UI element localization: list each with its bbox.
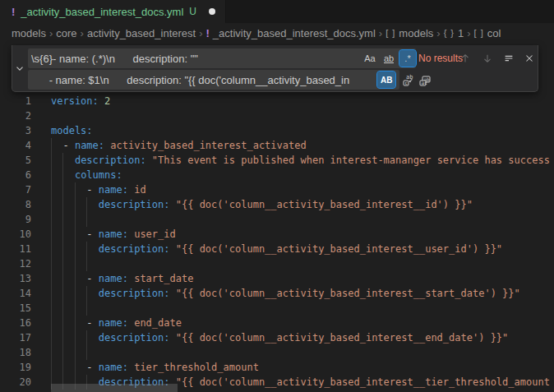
breadcrumb-label: activity_based_interest bbox=[87, 27, 196, 39]
arrow-up-icon bbox=[459, 53, 471, 64]
code-line[interactable]: 17 description: "{{ doc('column__activit… bbox=[0, 330, 554, 345]
breadcrumb-label: models bbox=[399, 27, 433, 39]
indent-guide bbox=[75, 271, 76, 286]
indent-guide bbox=[75, 182, 76, 197]
breadcrumb-item[interactable]: core bbox=[56, 27, 76, 39]
code-line[interactable]: 9 bbox=[0, 212, 554, 227]
breadcrumb-item[interactable]: models bbox=[12, 27, 46, 39]
indent-guide bbox=[86, 242, 87, 256]
breadcrumb-label: 1 bbox=[458, 27, 464, 39]
indent-guide bbox=[75, 301, 76, 316]
code-line[interactable]: 7 - name: id bbox=[0, 182, 554, 197]
indent-guide bbox=[75, 227, 76, 242]
code-area: 1version: 223models:4 - name: activity_b… bbox=[0, 94, 554, 390]
code-text: - name: id bbox=[31, 184, 146, 196]
breadcrumb-separator-icon: › bbox=[436, 27, 440, 39]
indent-guide bbox=[62, 212, 63, 227]
code-line[interactable]: 19 - name: tier_threshold_amount bbox=[0, 360, 554, 375]
line-number: 15 bbox=[0, 301, 31, 316]
selection-lines-icon bbox=[503, 53, 515, 64]
code-text: models: bbox=[31, 125, 93, 136]
indent-guide bbox=[62, 256, 63, 271]
code-line[interactable]: 11 description: "{{ doc('column__activit… bbox=[0, 242, 554, 256]
replace-button[interactable]: ab c bbox=[400, 71, 417, 88]
breadcrumb-label: col bbox=[487, 27, 501, 39]
tab-title: _activity_based_interest_docs.yml bbox=[21, 6, 183, 18]
indent-guide bbox=[75, 256, 76, 271]
code-text bbox=[31, 302, 51, 314]
indent-guide bbox=[51, 242, 52, 256]
modified-indicator-dot[interactable] bbox=[209, 8, 215, 15]
code-text: description: "{{ doc('column__activity_b… bbox=[31, 243, 502, 255]
code-text bbox=[31, 214, 51, 225]
indent-guide bbox=[86, 256, 87, 271]
indent-guide bbox=[62, 345, 63, 360]
indent-guide bbox=[51, 212, 52, 227]
whole-word-toggle[interactable]: ab bbox=[381, 50, 397, 67]
indent-guide bbox=[51, 345, 52, 360]
code-line[interactable]: 2 bbox=[0, 108, 554, 123]
code-line[interactable]: 5 description: "This event is published … bbox=[0, 153, 554, 168]
replace-input[interactable] bbox=[28, 70, 399, 90]
toggle-replace-button[interactable] bbox=[12, 45, 27, 91]
line-number: 3 bbox=[0, 123, 31, 138]
code-line[interactable]: 18 bbox=[0, 345, 554, 360]
code-line[interactable]: 13 - name: start_date bbox=[0, 271, 554, 286]
code-text bbox=[31, 258, 51, 270]
preserve-case-icon: AB bbox=[381, 76, 392, 85]
tab-activity-based-interest-docs[interactable]: ! _activity_based_interest_docs.yml U bbox=[0, 0, 226, 23]
find-results-count: No results bbox=[418, 53, 463, 64]
code-text: columns: bbox=[31, 169, 122, 181]
code-line[interactable]: 1version: 2 bbox=[0, 94, 554, 108]
code-line[interactable]: 6 columns: bbox=[0, 168, 554, 182]
indent-guide bbox=[75, 330, 76, 345]
code-line[interactable]: 12 bbox=[0, 256, 554, 271]
indent-guide bbox=[51, 301, 52, 316]
code-text: description: "{{ doc('column__activity_b… bbox=[31, 199, 473, 210]
find-input[interactable] bbox=[28, 48, 416, 68]
code-line[interactable]: 8 description: "{{ doc('column__activity… bbox=[0, 197, 554, 212]
code-line[interactable]: 3models: bbox=[0, 123, 554, 138]
breadcrumb-item[interactable]: activity_based_interest bbox=[87, 27, 196, 39]
regex-toggle[interactable]: .* bbox=[399, 50, 416, 67]
indent-guide bbox=[86, 330, 87, 345]
indent-guide bbox=[51, 256, 52, 271]
code-line[interactable]: 4 - name: activity_based_interest_activa… bbox=[0, 138, 554, 153]
code-line[interactable]: 10 - name: user_id bbox=[0, 227, 554, 242]
breadcrumb: models›core›activity_based_interest›!_ac… bbox=[0, 23, 554, 43]
breadcrumb-separator-icon: › bbox=[467, 27, 470, 39]
next-match-button[interactable] bbox=[479, 50, 496, 67]
indent-guide bbox=[75, 242, 76, 256]
breadcrumb-item[interactable]: [ ]col bbox=[474, 27, 501, 39]
indent-guide bbox=[75, 360, 76, 375]
code-text: - name: user_id bbox=[31, 228, 176, 240]
breadcrumb-item[interactable]: !_activity_based_interest_docs.yml bbox=[206, 27, 376, 39]
code-line[interactable]: 15 bbox=[0, 301, 554, 316]
match-case-toggle[interactable]: Aa bbox=[362, 50, 378, 67]
code-line[interactable]: 14 description: "{{ doc('column__activit… bbox=[0, 286, 554, 301]
line-number: 2 bbox=[0, 108, 31, 123]
indent-guide bbox=[51, 316, 52, 330]
find-in-selection-button[interactable] bbox=[501, 50, 517, 67]
svg-text:ac: ac bbox=[422, 80, 428, 85]
previous-match-button[interactable] bbox=[457, 50, 473, 67]
indent-guide bbox=[62, 227, 63, 242]
arrow-down-icon bbox=[482, 53, 493, 64]
indent-guide bbox=[62, 197, 63, 212]
close-find-widget-button[interactable] bbox=[521, 50, 538, 67]
horizontal-scrollbar[interactable] bbox=[51, 384, 178, 392]
indent-guide bbox=[62, 360, 63, 375]
yaml-file-icon: ! bbox=[206, 27, 210, 39]
symbol-icon: [ ] bbox=[385, 28, 395, 38]
replace-all-icon-button[interactable]: ab ac bbox=[417, 71, 433, 88]
code-line[interactable]: 16 - name: end_date bbox=[0, 316, 554, 330]
preserve-case-toggle[interactable]: AB bbox=[377, 71, 395, 88]
indent-guide bbox=[62, 286, 63, 301]
breadcrumb-item[interactable]: [ ]models bbox=[385, 27, 433, 39]
breadcrumb-label: models bbox=[12, 27, 46, 39]
breadcrumb-separator-icon: › bbox=[49, 27, 53, 39]
editor[interactable]: 1version: 223models:4 - name: activity_b… bbox=[0, 43, 554, 392]
code-text: - name: end_date bbox=[31, 317, 182, 329]
breadcrumb-item[interactable]: { }1 bbox=[444, 27, 464, 39]
indent-guide bbox=[86, 286, 87, 301]
